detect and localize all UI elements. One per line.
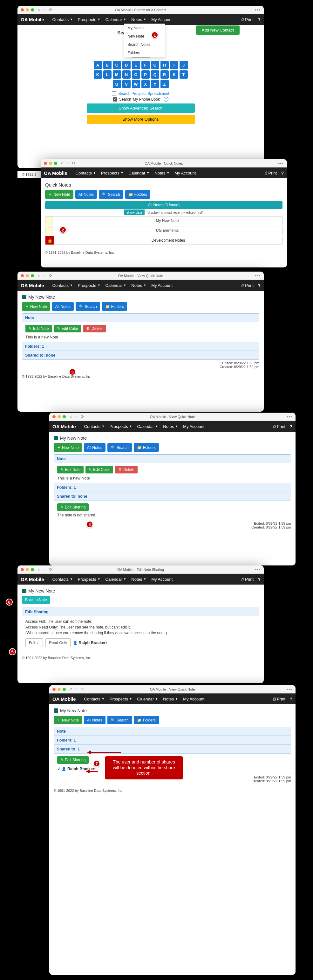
checkbox-checked-icon[interactable]: ✓ [113,97,117,102]
letter-F[interactable]: F [141,61,150,69]
nav-back-icon[interactable]: < [70,414,72,419]
back-to-note-button[interactable]: Back to Note [22,596,50,604]
nav-notes[interactable]: Notes▼ [153,169,171,177]
letter-Q[interactable]: Q [151,70,159,79]
nav-prospects[interactable]: Prospects▼ [108,423,134,430]
nav-calendar[interactable]: Calendar▼ [104,576,128,583]
search-prospect-row[interactable]: Search Prospect Spreadsheet [22,91,259,96]
reload-icon[interactable]: ⟳ [81,414,84,419]
reload-icon[interactable]: ⟳ [81,687,84,692]
letter-P[interactable]: P [141,70,150,79]
letter-U[interactable]: U [113,80,121,88]
overflow-icon[interactable]: ••• [255,273,261,278]
new-note-button[interactable]: ＋New Note [54,443,82,452]
note-panel-header[interactable]: Note [54,455,291,463]
print-button[interactable]: Print [273,697,285,702]
new-note-button[interactable]: ＋New Note [22,302,50,311]
nav-notes[interactable]: Notes▼ [129,16,148,23]
all-notes-button[interactable]: All Notes [84,716,106,724]
letter-W[interactable]: W [132,80,140,88]
nav-prospects[interactable]: Prospects▼ [99,169,125,177]
nav-contacts[interactable]: Contacts▼ [51,576,75,583]
nav-calendar[interactable]: Calendar▼ [104,16,128,23]
edit-sharing-button[interactable]: ✎Edit Sharing [57,503,89,511]
nav-calendar[interactable]: Calendar▼ [135,423,160,430]
overflow-icon[interactable]: ••• [287,687,292,692]
nav-prospects[interactable]: Prospects▼ [76,576,102,583]
delete-button[interactable]: 🗑Delete [115,466,138,473]
read-only-chip[interactable]: Read Only [46,638,71,647]
nav-notes[interactable]: Notes▼ [161,423,180,430]
nav-calendar[interactable]: Calendar▼ [127,169,152,177]
nav-back-icon[interactable]: < [61,161,63,165]
letter-I[interactable]: I [170,61,178,69]
nav-calendar[interactable]: Calendar▼ [135,695,160,703]
folders-button[interactable]: 📁Folders [102,302,127,311]
checkbox-empty-icon[interactable] [112,91,116,96]
edit-color-button[interactable]: ✎Edit Color [85,466,113,473]
folders-button[interactable]: 📁Folders [125,190,150,199]
letter-B[interactable]: B [103,61,112,69]
nav-account[interactable]: My Account [181,695,206,703]
search-phonebook-row[interactable]: ✓ Search 'My Phone Book' ? [22,97,259,102]
nav-account[interactable]: My Account [149,282,174,289]
letter-H[interactable]: H [160,61,169,69]
letter-T[interactable]: T [180,70,188,79]
letter-D[interactable]: D [122,61,131,69]
print-button[interactable]: Print [242,17,254,22]
folders-button[interactable]: 📁Folders [134,716,159,724]
advanced-search-button[interactable]: Show Advanced Search [87,103,195,113]
nav-contacts[interactable]: Contacts▼ [82,423,106,430]
search-button[interactable]: 🔍Search [99,190,123,199]
all-notes-button[interactable]: All Notes [52,302,74,311]
letter-X[interactable]: X [141,80,150,88]
nav-contacts[interactable]: Contacts▼ [51,282,75,289]
search-button[interactable]: 🔍Search [107,443,132,452]
nav-back-icon[interactable]: < [70,687,72,692]
nav-calendar[interactable]: Calendar▼ [104,282,128,289]
nav-notes[interactable]: Notes▼ [161,695,180,703]
help-icon[interactable]: ? [290,697,292,702]
print-button[interactable]: Print [273,424,285,429]
nav-prospects[interactable]: Prospects▼ [76,282,102,289]
letter-M[interactable]: M [113,70,121,79]
letter-Y[interactable]: Y [151,80,159,88]
new-note-button[interactable]: ＋New Note [45,190,73,199]
shared-header[interactable]: Shared to: none [22,351,259,360]
more-options-button[interactable]: Show More Options [87,115,195,124]
letter-K[interactable]: K [94,70,102,79]
help-icon[interactable]: ? [290,424,292,429]
search-button[interactable]: 🔍Search [107,716,132,724]
nav-account[interactable]: My Account [149,16,174,23]
reload-icon[interactable]: ⟳ [49,567,52,572]
note-panel-header[interactable]: Note [54,727,291,736]
all-notes-button[interactable]: All Notes [84,443,106,452]
all-notes-button[interactable]: All Notes [75,190,97,199]
edit-note-button[interactable]: ✎Edit Note [57,466,84,473]
letter-Z[interactable]: Z [160,80,169,88]
note-row[interactable]: 🔒Development Notes [45,236,283,245]
shared-header[interactable]: Shared to: none [54,492,291,501]
help-icon[interactable]: ? [258,17,261,22]
help-icon[interactable]: ? [281,171,284,175]
nav-fwd-icon[interactable]: > [44,7,46,12]
help-icon[interactable]: ? [258,283,261,288]
note-row[interactable]: UG Elements [45,226,283,235]
nav-contacts[interactable]: Contacts▼ [51,16,75,23]
print-button[interactable]: Print [242,283,254,288]
letter-R[interactable]: R [160,70,169,79]
overflow-icon[interactable]: ••• [278,161,284,166]
print-button[interactable]: Print [265,171,277,175]
nav-contacts[interactable]: Contacts▼ [74,169,98,177]
reload-icon[interactable]: ⟳ [49,7,52,12]
search-button[interactable]: 🔍Search [76,302,100,311]
menu-folders[interactable]: Folders [124,49,165,57]
nav-prospects[interactable]: Prospects▼ [76,16,102,23]
nav-account[interactable]: My Account [149,576,174,583]
print-button[interactable]: Print [242,577,254,582]
nav-account[interactable]: My Account [172,169,198,177]
edit-note-button[interactable]: ✎Edit Note [25,325,52,332]
letter-C[interactable]: C [113,61,121,69]
letter-O[interactable]: O [132,70,140,79]
overflow-icon[interactable]: ••• [287,414,292,419]
